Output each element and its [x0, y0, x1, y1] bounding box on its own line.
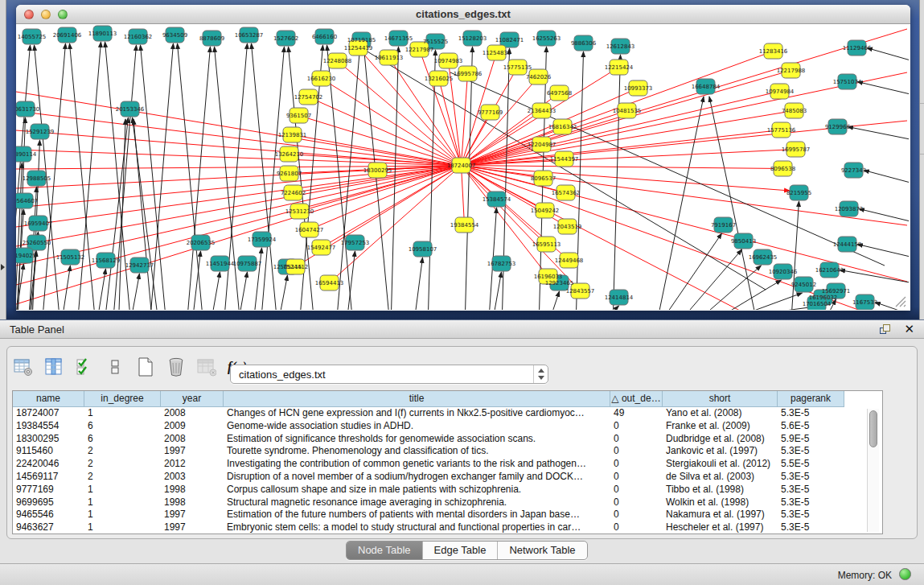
table-cell[interactable]: Corpus callosum shape and size in male p…	[224, 484, 610, 496]
table-cell[interactable]: de Silva et al. (2003)	[663, 471, 778, 484]
table-cell[interactable]: 1997	[161, 509, 224, 521]
table-cell[interactable]: Embryonic stem cells: a model to study s…	[224, 521, 610, 534]
float-panel-icon[interactable]	[880, 324, 892, 336]
column-header-name[interactable]: name	[13, 391, 84, 407]
black-edge[interactable]	[614, 55, 621, 310]
table-cell[interactable]: 0	[610, 445, 663, 458]
red-edge[interactable]	[462, 166, 465, 225]
table-cell[interactable]: 14569117	[13, 471, 84, 484]
black-edge[interactable]	[281, 275, 288, 310]
tab-node-table[interactable]: Node Table	[347, 542, 423, 559]
table-cell[interactable]: 5.3E-5	[778, 496, 844, 509]
table-row[interactable]: 946362711997Embryonic stem cells: a mode…	[13, 521, 882, 534]
memory-ok-indicator-icon[interactable]	[899, 568, 911, 580]
table-cell[interactable]: 9465546	[13, 509, 84, 521]
table-row[interactable]: 1456911722003Disruption of a novel membe…	[13, 471, 882, 484]
table-cell[interactable]: 5.3E-5	[778, 484, 844, 496]
table-cell[interactable]: 22420046	[13, 458, 84, 471]
table-cell[interactable]: 1997	[161, 445, 224, 458]
black-edge[interactable]	[727, 280, 782, 310]
table-cell[interactable]: Disruption of a novel member of a sodium…	[224, 471, 610, 484]
table-cell[interactable]: Yano et al. (2008)	[663, 407, 778, 420]
black-edge[interactable]	[792, 201, 799, 310]
table-cell[interactable]: 5.3E-5	[778, 407, 844, 420]
black-edge[interactable]	[416, 257, 423, 310]
table-cell[interactable]: 1	[84, 496, 161, 509]
table-cell[interactable]: 0	[610, 496, 663, 509]
table-row[interactable]: 2242004622012Investigating the contribut…	[13, 458, 882, 471]
table-row[interactable]: 911546021997Tourette syndrome. Phenomeno…	[13, 445, 882, 458]
table-cell[interactable]: 0	[610, 471, 663, 484]
table-settings-icon[interactable]	[14, 357, 33, 377]
black-edge[interactable]	[338, 48, 360, 310]
table-cell[interactable]: 5.9E-5	[778, 433, 844, 446]
black-edge[interactable]	[552, 291, 560, 310]
table-cell[interactable]: 1	[84, 521, 161, 534]
table-cell[interactable]: 5.5E-5	[778, 458, 844, 471]
red-edge[interactable]	[462, 74, 468, 166]
table-cell[interactable]: 1998	[161, 484, 224, 496]
red-edge[interactable]	[16, 92, 461, 166]
table-cell[interactable]: 5.3E-5	[778, 445, 844, 458]
table-cell[interactable]: 2009	[161, 420, 224, 433]
table-cell[interactable]: 1	[84, 509, 161, 521]
table-cell[interactable]: 9115460	[13, 445, 84, 458]
black-edge[interactable]	[577, 51, 584, 310]
table-source-select[interactable]: citations_edges.txt	[230, 365, 548, 384]
red-edge[interactable]	[462, 92, 780, 166]
column-header-title[interactable]: title	[224, 391, 610, 407]
column-header-in_degree[interactable]: in_degree	[84, 391, 161, 407]
table-cell[interactable]: Estimation of the future numbers of pati…	[224, 509, 610, 521]
black-edge[interactable]	[495, 272, 502, 310]
table-cell[interactable]: 0	[610, 458, 663, 471]
table-cell[interactable]: 6	[84, 433, 161, 446]
select-rows-icon[interactable]	[75, 357, 94, 377]
black-edge[interactable]	[133, 117, 158, 310]
tab-network-table[interactable]: Network Table	[498, 542, 586, 559]
black-edge[interactable]	[240, 272, 248, 310]
table-cell[interactable]: Stergiakouli et al. (2012)	[663, 458, 778, 471]
new-table-icon[interactable]	[136, 357, 155, 377]
black-edge[interactable]	[857, 245, 909, 257]
table-cell[interactable]: Changes of HCN gene expression and I(f) …	[224, 407, 610, 420]
table-row[interactable]: 1830029562008Estimation of significance …	[13, 433, 882, 446]
table-cell[interactable]: 0	[610, 521, 663, 534]
black-edge[interactable]	[688, 249, 742, 310]
black-edge[interactable]	[106, 117, 129, 310]
table-cell[interactable]: 0	[610, 420, 663, 433]
close-panel-icon[interactable]: ✕	[904, 322, 914, 336]
table-cell[interactable]: Investigating the contribution of common…	[224, 458, 610, 471]
table-cell[interactable]: 6	[84, 420, 161, 433]
panel-collapse-arrow-icon[interactable]	[1, 264, 5, 270]
black-edge[interactable]	[864, 171, 909, 183]
table-cell[interactable]: 2008	[161, 433, 224, 446]
black-edge[interactable]	[867, 48, 909, 61]
black-edge[interactable]	[213, 272, 220, 310]
black-edge[interactable]	[667, 233, 722, 310]
row-height-icon[interactable]	[105, 357, 125, 377]
table-cell[interactable]: 1	[84, 484, 161, 496]
table-row[interactable]: 969969511998Structural magnetic resonanc…	[13, 496, 882, 509]
black-edge[interactable]	[327, 45, 352, 310]
black-edge[interactable]	[450, 72, 885, 266]
citation-network-graph[interactable]: 1872400714055725206914061189011312160362…	[16, 24, 909, 310]
table-cell[interactable]: 2	[84, 471, 161, 484]
black-edge[interactable]	[364, 48, 389, 310]
table-cell[interactable]: 2003	[161, 471, 224, 484]
scrollbar-thumb[interactable]	[869, 410, 877, 447]
network-window-titlebar[interactable]: citations_edges.txt	[16, 5, 910, 24]
table-cell[interactable]: 18724007	[13, 407, 84, 420]
black-edge[interactable]	[612, 306, 619, 310]
table-cell[interactable]: 2	[84, 458, 161, 471]
tab-edge-table[interactable]: Edge Table	[423, 542, 499, 559]
table-cell[interactable]: Dudbridge et al. (2008)	[663, 433, 778, 446]
column-header-short[interactable]: short	[663, 391, 778, 407]
red-edge[interactable]	[461, 166, 907, 225]
table-row[interactable]: 1938455462009Genome-wide association stu…	[13, 420, 882, 433]
table-cell[interactable]: 2	[84, 445, 161, 458]
table-cell[interactable]: 2008	[161, 407, 224, 420]
table-cell[interactable]: Tourette syndrome. Phenomenology and cla…	[224, 445, 610, 458]
table-scrollbar[interactable]	[867, 409, 879, 532]
table-cell[interactable]: 0	[610, 433, 663, 446]
black-edge[interactable]	[840, 270, 909, 283]
